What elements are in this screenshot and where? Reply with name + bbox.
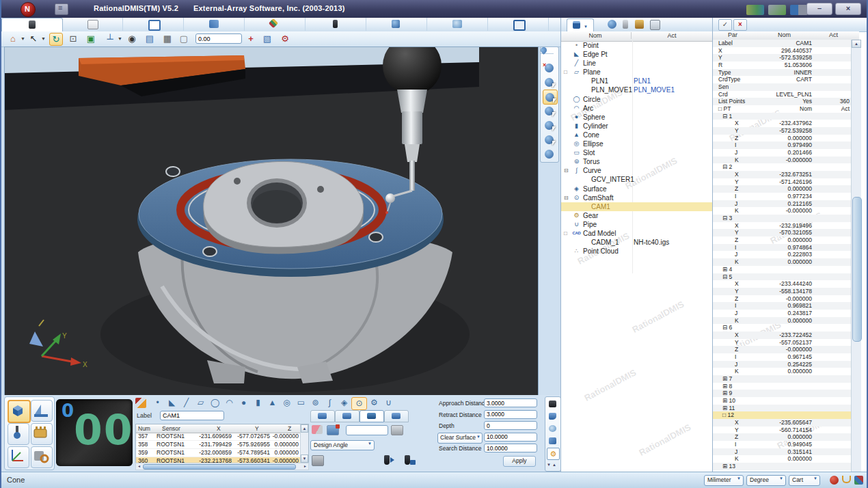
feature-icon[interactable]: ◣ [165, 397, 179, 409]
data-row[interactable]: ⊞ 4 [713, 266, 851, 273]
feature-icon[interactable]: ● [236, 397, 251, 409]
data-row[interactable]: CrdType CART [713, 76, 851, 83]
feature-icon[interactable]: ∫ [323, 397, 337, 409]
feature-icon[interactable]: ▲ [265, 397, 280, 409]
zoom-window-button[interactable]: ⊡ [67, 33, 79, 44]
data-row[interactable]: Sen [713, 83, 851, 91]
data-row[interactable]: Y -572.539258 [713, 54, 851, 62]
feature-icon[interactable]: • [150, 397, 165, 409]
data-row[interactable]: I 0.969821 [713, 302, 851, 310]
tree-item[interactable]: GCV_INTER1 [561, 175, 713, 184]
sphere-tool-icon[interactable] [608, 20, 616, 29]
data-row[interactable]: Y -572.539258 [713, 127, 851, 135]
point-row[interactable]: 359 ROOTSN1 -232.000859 -574.789541 0.00… [136, 449, 300, 457]
data-row[interactable]: Y -560.714154 [713, 426, 851, 434]
tab-report[interactable] [62, 18, 123, 31]
point-row[interactable]: 358 ROOTSN1 -231.799429 -575.926955 0.00… [136, 441, 300, 449]
machine-axes-button[interactable]: ┴ [104, 33, 116, 44]
data-row[interactable]: J 0.315141 [713, 448, 851, 456]
unit-angle-select[interactable]: Degree ▼ [746, 475, 786, 486]
point-row[interactable]: 357 ROOTSN1 -231.609659 -577.072675 -0.0… [136, 433, 300, 441]
cancel-button[interactable]: × [733, 19, 747, 31]
tab-appearance[interactable] [245, 18, 306, 31]
tab-feature[interactable] [366, 18, 427, 31]
approach-input[interactable] [484, 421, 537, 430]
feature-icon[interactable]: ▱ [193, 397, 208, 409]
probe-run-icon[interactable] [384, 455, 390, 465]
system-menu-icon[interactable] [55, 3, 68, 15]
layout-icon[interactable] [854, 476, 863, 485]
data-row[interactable]: Z 0.000000 [713, 185, 851, 193]
probe-cross-button[interactable]: + [245, 33, 257, 44]
probe-move-button[interactable] [543, 133, 556, 146]
tree-item[interactable]: ▲ Cone [561, 131, 713, 139]
tree-item[interactable]: PLN1 PLN1 [561, 77, 713, 85]
axes-dropdown-icon[interactable]: ▼ [118, 33, 122, 44]
fixture-button[interactable] [31, 423, 53, 445]
data-row[interactable]: ⊞ 9 [713, 390, 851, 397]
data-row[interactable]: X -233.722452 [713, 331, 851, 339]
feature-icon[interactable]: ⚙ [367, 397, 381, 409]
fixture-tool-icon[interactable] [635, 20, 644, 29]
coordinate-system-button[interactable] [8, 446, 29, 468]
expand-box-icon[interactable]: □ [564, 68, 571, 77]
feature-icon[interactable]: ⊙ [351, 397, 367, 410]
scroll-up-icon[interactable]: ▲ [301, 424, 308, 433]
data-row[interactable]: ⊟ 5 [713, 273, 851, 281]
data-row[interactable]: ⊞ 8 [713, 383, 851, 390]
approach-input[interactable] [484, 410, 537, 419]
scroll-right-icon[interactable]: ► [302, 463, 308, 469]
scroll-down-icon[interactable]: ▼ [301, 455, 308, 463]
data-row[interactable]: Y -571.426196 [713, 178, 851, 186]
tree-item[interactable]: ◎ Ellipse [561, 139, 713, 148]
select-cursor-button[interactable]: ↖ [27, 33, 40, 44]
data-row[interactable]: K 0.000000 [713, 317, 851, 325]
tree-item[interactable]: ╱ Line [561, 59, 713, 68]
tree-item[interactable]: □ CAD Cad Model [561, 229, 713, 238]
cursor-dropdown-icon[interactable]: ▼ [41, 33, 46, 44]
approach-input[interactable] [484, 444, 537, 452]
settings-gear-button[interactable]: ⚙ [547, 448, 560, 460]
tab-window[interactable] [123, 18, 184, 31]
measure-machine-button[interactable] [547, 398, 558, 409]
tree-item[interactable]: ● Sphere [561, 113, 713, 122]
import-cad-button[interactable]: ▣ [85, 33, 97, 44]
tree-item[interactable]: ◣ Edge Pt [561, 50, 713, 59]
data-row[interactable]: Crd LEVEL_PLN1 [713, 91, 851, 98]
data-row[interactable]: X -232.673251 [713, 171, 851, 178]
data-row[interactable]: J 0.243817 [713, 310, 851, 317]
tab-view[interactable] [427, 18, 488, 31]
scroll-left-icon[interactable]: ◄ [136, 463, 142, 469]
probe-orient-button[interactable] [543, 118, 556, 132]
expand-box-icon[interactable]: ⊟ [564, 166, 571, 175]
data-row[interactable]: K -0.000000 [713, 207, 851, 215]
box-select-button[interactable]: ▢ [178, 33, 190, 44]
feature-icon[interactable]: ◠ [222, 397, 236, 409]
data-row[interactable]: ⊟ 6 [713, 324, 851, 331]
alignment-button[interactable] [31, 400, 53, 422]
coord-system-select[interactable]: Cart ▼ [789, 475, 820, 486]
confirm-button[interactable]: ✓ [718, 19, 732, 31]
approach-input[interactable] [484, 398, 537, 407]
data-row[interactable]: I 0.974864 [713, 244, 851, 252]
tree-item[interactable]: • Point [561, 41, 713, 50]
eraser-icon[interactable] [312, 425, 323, 434]
feature-icon[interactable]: ⊚ [308, 397, 323, 409]
tree-item[interactable]: ▮ Cylinder [561, 122, 713, 131]
capture-button[interactable]: ▦ [161, 33, 174, 44]
filter-input[interactable] [346, 425, 388, 435]
view-flip-button[interactable] [543, 147, 556, 161]
close-button[interactable]: × [835, 3, 861, 15]
probe-path-button[interactable] [547, 435, 558, 446]
data-scrollbar[interactable]: ▲ ▼ [851, 40, 861, 488]
data-row[interactable]: Z 0.000000 [713, 236, 851, 244]
feature-icon[interactable]: ╱ [179, 397, 193, 409]
data-row[interactable]: R 51.053606 [713, 62, 851, 69]
feature-delete-button[interactable]: × [543, 61, 556, 74]
view-eye-button[interactable]: ◉ [126, 33, 138, 44]
data-row[interactable]: Z 0.000000 [713, 135, 851, 142]
tab-transform[interactable] [184, 18, 245, 31]
tree-item[interactable]: □ ▱ Plane [561, 68, 713, 77]
data-row[interactable]: X 296.440537 [713, 47, 851, 55]
tab-machine[interactable] [488, 18, 549, 31]
